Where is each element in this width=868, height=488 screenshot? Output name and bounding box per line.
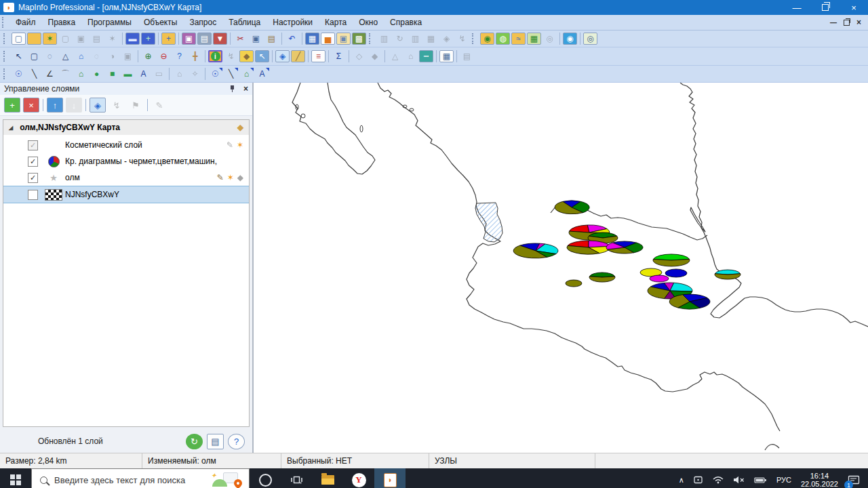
polyline-tool-button[interactable]: ∠ [43, 68, 57, 80]
mapinfo-places-button[interactable]: ◉ [563, 33, 577, 45]
cortana-button[interactable] [250, 468, 281, 488]
symbol-style-button[interactable]: ☉ [208, 68, 222, 80]
new-grapher-button[interactable]: ▅ [321, 33, 335, 45]
help-button[interactable]: ? [228, 434, 245, 449]
new-table-button[interactable]: ▢ [12, 33, 26, 45]
layer-visibility-checkbox[interactable] [28, 190, 38, 200]
ruler-tool-button[interactable]: ╱ [291, 50, 305, 62]
language-indicator[interactable]: РУС [772, 468, 796, 488]
change-view-tool-button[interactable]: ? [172, 50, 186, 62]
file-explorer-button[interactable] [312, 468, 343, 488]
show-legend-button[interactable]: ≡ [311, 50, 326, 62]
radius-select-tool-button[interactable]: ◌ [43, 50, 57, 62]
volume-muted-icon[interactable] [728, 468, 749, 488]
map-window[interactable] [254, 83, 868, 453]
toolbar-grip[interactable] [3, 51, 8, 62]
menu-item-6[interactable]: Таблица [222, 16, 267, 29]
layer-row-2[interactable]: ✓Кр. диаграммы - чермет,цветмет,машин, [3, 153, 249, 169]
menu-item-5[interactable]: Запрос [183, 16, 222, 29]
label-tool-button[interactable]: ◆ [239, 50, 254, 62]
menu-item-7[interactable]: Настройки [267, 16, 319, 29]
layer-row-4[interactable]: NJNsfyCBXwY [3, 186, 249, 203]
auto-label-icon[interactable]: ✶ [237, 140, 243, 150]
region-style-button[interactable]: ⌂ [239, 68, 254, 80]
weather-widget-icon[interactable]: ✦ [210, 471, 245, 488]
save-table-button[interactable]: ▬ [125, 33, 140, 45]
line-style-button[interactable]: ╲ [224, 68, 238, 80]
save-workspace-button[interactable]: + [141, 33, 155, 45]
mdi-close-button[interactable]: × [856, 18, 861, 27]
layer-visibility-button[interactable]: ◈ [90, 98, 106, 113]
zoom-out-tool-button[interactable]: ⊖ [157, 50, 171, 62]
copy-button[interactable]: ▣ [249, 33, 263, 45]
drag-map-window-tool-button[interactable]: ↖ [255, 50, 269, 62]
arc-tool-button[interactable]: ⌒ [58, 68, 73, 80]
zoom-in-tool-button[interactable]: ⊕ [141, 50, 155, 62]
export-window-button[interactable]: ▼ [213, 33, 227, 45]
layer-presets-button[interactable]: ▤ [207, 434, 224, 449]
open-table-button[interactable] [27, 33, 41, 45]
toolbar-grip[interactable] [3, 68, 8, 79]
layer-row-1[interactable]: ✓Косметический слой✎✶ [3, 137, 249, 153]
add-layer-button[interactable]: + [4, 98, 20, 113]
menu-item-1[interactable]: Файл [9, 16, 42, 29]
edit-layer-icon[interactable]: ✎ [217, 173, 224, 182]
boundary-select-tool-button[interactable]: ⌂ [74, 50, 88, 62]
mdi-minimize-button[interactable]: — [830, 19, 837, 26]
status-editable[interactable]: Изменяемый: олм [142, 453, 281, 468]
restore-button[interactable] [811, 0, 840, 15]
toolbar-grip[interactable] [2, 17, 7, 28]
select-tool-button[interactable]: ↖ [12, 50, 26, 62]
workspace-preview-button[interactable]: ◎ [583, 33, 597, 45]
open-universal-data-button[interactable]: ◉ [480, 33, 494, 45]
mdi-restore-button[interactable] [844, 20, 850, 26]
new-browser-button[interactable]: ▦ [305, 33, 319, 45]
cut-button[interactable]: ✂ [233, 33, 248, 45]
auto-label-icon[interactable]: ✶ [227, 173, 234, 182]
mapinfo-taskbar-button[interactable]: ◗ [374, 468, 406, 488]
layer-visibility-checkbox[interactable]: ✓ [28, 157, 38, 167]
remove-layer-button[interactable]: × [23, 98, 39, 113]
text-style-button[interactable]: A [255, 68, 269, 80]
new-layout-button[interactable]: ▣ [336, 33, 351, 45]
close-button[interactable]: × [840, 0, 868, 15]
tablet-mode-icon[interactable] [689, 468, 708, 488]
menu-item-10[interactable]: Справка [384, 16, 428, 29]
start-button[interactable] [0, 468, 31, 488]
taskbar-search[interactable]: Введите здесь текст для поиска ✦ [31, 468, 250, 488]
battery-icon[interactable] [749, 468, 772, 488]
notification-center-button[interactable]: 1 [843, 468, 865, 488]
polygon-tool-button[interactable]: ⌂ [74, 68, 88, 80]
new-browser-window-button[interactable]: ▦ [439, 50, 454, 62]
toolbar-grip[interactable] [3, 33, 8, 44]
status-selected[interactable]: Выбранный: НЕТ [281, 453, 429, 468]
menu-item-4[interactable]: Объекты [138, 16, 184, 29]
tree-expand-icon[interactable]: ◢ [9, 125, 13, 131]
menu-item-9[interactable]: Окно [353, 16, 384, 29]
menu-item-2[interactable]: Правка [42, 16, 82, 29]
print-window-button[interactable]: ▤ [197, 33, 212, 45]
open-wfs-table-button[interactable]: ≈ [511, 33, 526, 45]
line-tool-button[interactable]: ╲ [27, 68, 41, 80]
pan-tool-button[interactable]: ╋ [188, 50, 202, 62]
status-size[interactable]: Размер: 2,84 km [0, 453, 142, 468]
layer-row-3[interactable]: ✓★олм✎✶◆ [3, 169, 249, 186]
move-layer-up-button[interactable]: ↑ [47, 98, 63, 113]
polygon-select-tool-button[interactable]: △ [58, 50, 73, 62]
yandex-browser-button[interactable]: Y [343, 468, 374, 488]
statistics-button[interactable]: Σ [332, 50, 346, 62]
undo-button[interactable]: ↶ [285, 33, 299, 45]
clock[interactable]: 16:14 22.05.2022 [796, 468, 843, 488]
paste-button[interactable]: ▤ [264, 33, 279, 45]
copy-map-window-button[interactable]: ▣ [182, 33, 196, 45]
tray-expand-icon[interactable]: ∧ [674, 468, 689, 488]
status-snap[interactable]: УЗЛЫ [429, 453, 595, 468]
layer-panel-close-button[interactable]: × [243, 84, 248, 94]
open-workspace-button[interactable]: ✶ [43, 33, 57, 45]
toolbar-grip[interactable] [472, 33, 477, 44]
minimize-button[interactable]: — [783, 0, 811, 15]
map-tag-icon[interactable]: ◆ [237, 123, 243, 132]
layer-visibility-checkbox[interactable]: ✓ [28, 173, 38, 183]
wifi-icon[interactable] [708, 468, 728, 488]
save-copy-as-button[interactable]: + [161, 33, 176, 45]
